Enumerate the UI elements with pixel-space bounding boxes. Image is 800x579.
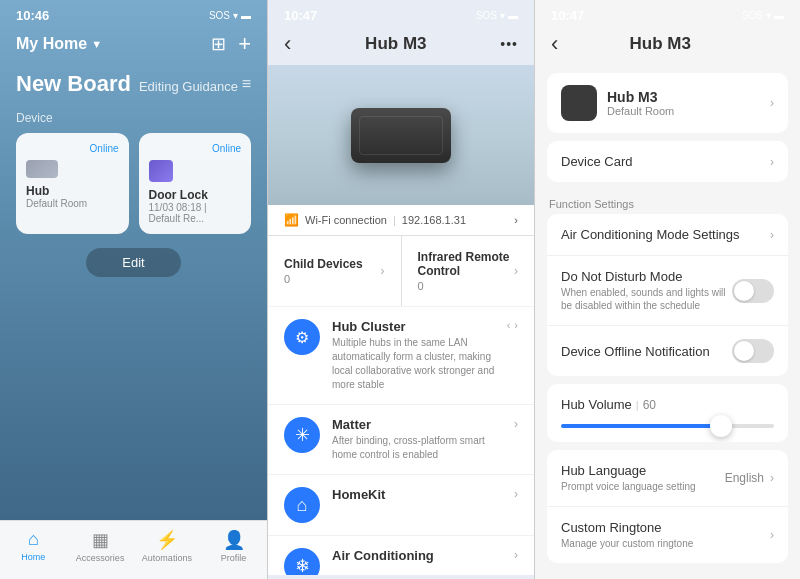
- device-card-arrow: ›: [770, 155, 774, 169]
- custom-ringtone-title: Custom Ringtone: [561, 520, 770, 535]
- nav-accessories[interactable]: ▦ Accessories: [67, 529, 134, 563]
- hub-language-item[interactable]: Hub Language Prompt voice language setti…: [547, 450, 788, 507]
- device-card-hub[interactable]: Online Hub Default Room: [16, 133, 129, 234]
- panel2-title: Hub M3: [365, 34, 426, 54]
- my-home-button[interactable]: My Home ▼: [16, 35, 102, 53]
- hub-volume-title: Hub Volume: [561, 397, 632, 412]
- back-button-3[interactable]: ‹: [551, 31, 558, 57]
- homekit-item[interactable]: ⌂ HomeKit ›: [268, 475, 534, 536]
- door-room: 11/03 08:18 | Default Re...: [149, 202, 242, 224]
- time-2: 10:47: [284, 8, 317, 23]
- dnd-mode-title: Do Not Disturb Mode: [561, 269, 732, 284]
- panel3-header: ‹ Hub M3: [535, 27, 800, 65]
- time-3: 10:47: [551, 8, 584, 23]
- air-cond-mode-arrow: ›: [770, 228, 774, 242]
- matter-item[interactable]: ✳ Matter After binding, cross-platform s…: [268, 405, 534, 475]
- volume-sep: |: [636, 399, 639, 411]
- add-icon[interactable]: +: [238, 31, 251, 57]
- air-cond-mode-item[interactable]: Air Conditioning Mode Settings ›: [547, 214, 788, 256]
- door-name: Door Lock: [149, 188, 242, 202]
- hub-name: Hub: [26, 184, 119, 198]
- panel-hub-settings: 10:47 SOS ▾ ▬ ‹ Hub M3 Hub M3 Default Ro…: [534, 0, 800, 579]
- door-icon: [149, 160, 173, 182]
- offline-toggle[interactable]: [732, 339, 774, 363]
- homekit-icon: ⌂: [284, 487, 320, 523]
- back-button-2[interactable]: ‹: [284, 31, 291, 57]
- offline-notification-item[interactable]: Device Offline Notification: [547, 326, 788, 376]
- custom-ringtone-desc: Manage your custom ringtone: [561, 537, 770, 550]
- secondary-settings-list: Hub Language Prompt voice language setti…: [547, 450, 788, 563]
- wifi-symbol: 📶: [284, 213, 299, 227]
- dnd-toggle[interactable]: [732, 279, 774, 303]
- battery-icon-1: ▬: [241, 10, 251, 21]
- hub-device-image: [351, 108, 451, 163]
- main-settings-list: Air Conditioning Mode Settings › Do Not …: [547, 214, 788, 376]
- automations-nav-label: Automations: [142, 553, 192, 563]
- panel2-header: ‹ Hub M3 •••: [268, 27, 534, 65]
- custom-ringtone-item[interactable]: Custom Ringtone Manage your custom ringt…: [547, 507, 788, 563]
- infrared-label: Infrared Remote Control: [418, 250, 515, 278]
- device-card-door[interactable]: Online Door Lock 11/03 08:18 | Default R…: [139, 133, 252, 234]
- nav-home[interactable]: ⌂ Home: [0, 529, 67, 563]
- signal-icon-1: SOS: [209, 10, 230, 21]
- status-bar-3: 10:47 SOS ▾ ▬: [535, 0, 800, 27]
- panel3-title: Hub M3: [558, 34, 762, 54]
- hub-language-desc: Prompt voice language setting: [561, 480, 725, 493]
- signal-icon-3: SOS: [742, 10, 763, 21]
- ip-address: 192.168.1.31: [402, 214, 466, 226]
- infrared-count: 0: [418, 280, 515, 292]
- bottom-nav: ⌂ Home ▦ Accessories ⚡ Automations 👤 Pro…: [0, 520, 267, 579]
- dnd-mode-item[interactable]: Do Not Disturb Mode When enabled, sounds…: [547, 256, 788, 326]
- hub-cluster-item[interactable]: ⚙ Hub Cluster Multiple hubs in the same …: [268, 307, 534, 405]
- hub-cluster-title: Hub Cluster: [332, 319, 495, 334]
- nav-automations[interactable]: ⚡ Automations: [134, 529, 201, 563]
- child-devices-count: 0: [284, 273, 381, 285]
- hub-language-arrow: ›: [770, 471, 774, 485]
- offline-toggle-knob: [734, 341, 754, 361]
- home-nav-label: Home: [21, 552, 45, 562]
- hub-cluster-right-arrow: ›: [514, 319, 518, 331]
- wifi-icon-1: ▾: [233, 10, 238, 21]
- accessories-nav-label: Accessories: [76, 553, 125, 563]
- hub-language-title: Hub Language: [561, 463, 725, 478]
- wifi-info-bar[interactable]: 📶 Wi-Fi connection | 192.168.1.31 ›: [268, 205, 534, 236]
- hub-cluster-desc: Multiple hubs in the same LAN automatica…: [332, 336, 495, 392]
- infrared-cell[interactable]: Infrared Remote Control 0 ›: [402, 236, 535, 306]
- wifi-icon-3: ▾: [766, 10, 771, 21]
- homekit-arrow: ›: [514, 487, 518, 501]
- menu-icon[interactable]: ≡: [242, 75, 251, 93]
- status-bar-1: 10:46 SOS ▾ ▬: [0, 0, 267, 27]
- air-cond-item[interactable]: ❄ Air Conditioning ›: [268, 536, 534, 575]
- volume-slider-track[interactable]: [561, 424, 774, 428]
- home-nav-icon: ⌂: [28, 529, 39, 550]
- child-devices-label: Child Devices: [284, 257, 381, 271]
- hub-room: Default Room: [26, 198, 119, 209]
- panel-hub-detail: 10:47 SOS ▾ ▬ ‹ Hub M3 ••• 📶 Wi-Fi conne…: [267, 0, 534, 579]
- battery-icon-3: ▬: [774, 10, 784, 21]
- hub-volume-value: 60: [643, 398, 656, 412]
- panel-home: 10:46 SOS ▾ ▬ My Home ▼ ⊞ + New Board Ed…: [0, 0, 267, 579]
- nav-profile[interactable]: 👤 Profile: [200, 529, 267, 563]
- device-cards: Online Hub Default Room Online Door Lock…: [0, 129, 267, 238]
- board-title: New Board: [16, 71, 131, 97]
- status-icons-2: SOS ▾ ▬: [476, 10, 518, 21]
- hub-cluster-icon: ⚙: [284, 319, 320, 355]
- hub-cluster-left-arrow: ‹: [507, 319, 511, 331]
- hub-image: [268, 65, 534, 205]
- device-info-card[interactable]: Hub M3 Default Room ›: [547, 73, 788, 133]
- edit-button[interactable]: Edit: [86, 248, 180, 277]
- signal-icon-2: SOS: [476, 10, 497, 21]
- battery-icon-2: ▬: [508, 10, 518, 21]
- more-button-2[interactable]: •••: [500, 36, 518, 52]
- edit-btn-container: Edit: [0, 238, 267, 287]
- offline-notification-title: Device Offline Notification: [561, 344, 732, 359]
- board-subtitle: Editing Guidance: [139, 79, 238, 94]
- volume-slider-thumb[interactable]: [710, 415, 732, 437]
- automations-nav-icon: ⚡: [156, 529, 178, 551]
- device-card-row[interactable]: Device Card ›: [547, 141, 788, 182]
- profile-nav-label: Profile: [221, 553, 247, 563]
- child-devices-cell[interactable]: Child Devices 0 ›: [268, 236, 401, 306]
- grid-icon[interactable]: ⊞: [211, 33, 226, 55]
- air-cond-icon: ❄: [284, 548, 320, 575]
- panel1-header: My Home ▼ ⊞ +: [0, 27, 267, 63]
